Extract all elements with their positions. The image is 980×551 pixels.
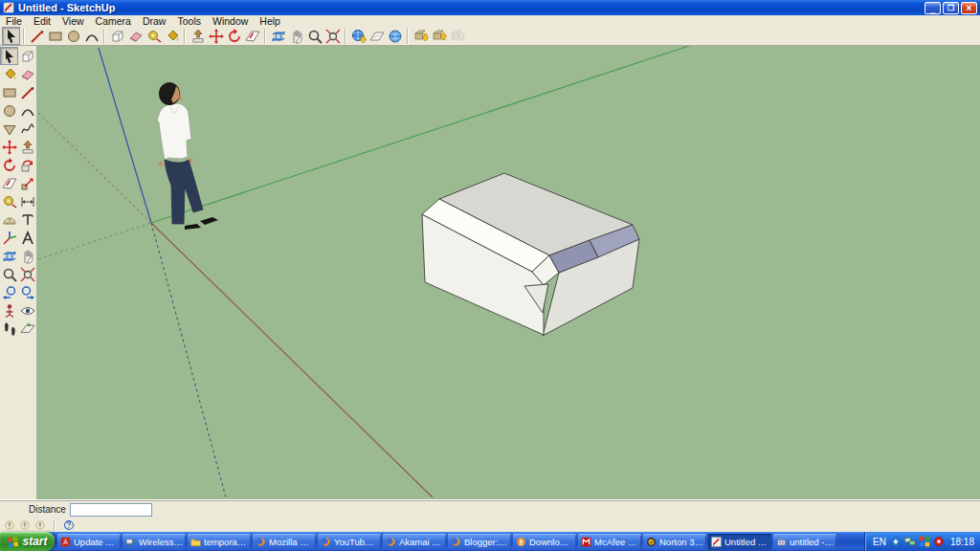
status-icon-2[interactable] xyxy=(19,519,31,531)
palette-row xyxy=(0,47,36,65)
make-component-tool-button[interactable] xyxy=(18,47,36,65)
arc-tool-button[interactable] xyxy=(82,27,100,45)
taskbar-button[interactable]: Untitled - Sk... xyxy=(708,534,771,550)
walk-tool-button[interactable] xyxy=(0,320,18,338)
status-icon-1[interactable] xyxy=(4,519,15,531)
share-model-button[interactable] xyxy=(430,27,448,45)
tape-measure-tool-button[interactable] xyxy=(145,27,163,45)
close-button[interactable]: × xyxy=(961,2,977,14)
orbit-tool-button[interactable] xyxy=(269,27,287,45)
section-plane-tool-button[interactable] xyxy=(18,320,36,338)
taskbar-button[interactable]: Downloads xyxy=(513,534,576,550)
look-around-tool-button[interactable] xyxy=(18,301,36,320)
arc-tool-button[interactable] xyxy=(18,101,36,120)
palette-row xyxy=(0,174,36,192)
taskbar-button[interactable]: McAfee Secu... xyxy=(578,534,641,550)
tray-icons xyxy=(890,536,945,547)
position-camera-tool-button[interactable] xyxy=(0,301,18,320)
select-tool-button[interactable] xyxy=(2,27,20,45)
language-indicator[interactable]: EN xyxy=(873,537,886,547)
taskbar-button[interactable]: Akamai Dow... xyxy=(383,534,446,550)
get-current-view-button[interactable] xyxy=(349,27,368,45)
get-models-button[interactable] xyxy=(412,27,430,45)
zoom-extents-tool-button[interactable] xyxy=(323,27,342,45)
select-tool-button[interactable] xyxy=(0,47,18,65)
line-tool-button[interactable] xyxy=(18,83,36,101)
taskbar-button[interactable]: Norton 360 xyxy=(643,534,706,550)
pan-tool-button[interactable] xyxy=(18,247,36,265)
taskbar-button[interactable]: Mozilla Firefo... xyxy=(253,534,316,550)
task-label: untitled - Paint xyxy=(790,537,834,547)
taskbar-button[interactable]: temporary b... xyxy=(188,534,251,550)
scale-tool-button[interactable] xyxy=(18,174,36,192)
rectangle-tool-button[interactable] xyxy=(46,27,64,45)
protractor-tool-button[interactable] xyxy=(0,210,18,229)
3d-text-tool-button[interactable] xyxy=(18,229,36,247)
task-label: Update Ado... xyxy=(74,537,118,547)
taskbar-button[interactable]: Blogger: Digi... xyxy=(448,534,511,550)
taskbar-clock[interactable]: 18:18 xyxy=(950,537,974,547)
offset-tool-button[interactable] xyxy=(0,174,18,192)
paint-bucket-tool-icon xyxy=(165,29,180,44)
rotate-tool-button[interactable] xyxy=(0,156,18,174)
taskbar-button[interactable]: Wireless Net... xyxy=(122,534,186,550)
zoom-tool-button[interactable] xyxy=(0,265,18,283)
menu-camera[interactable]: Camera xyxy=(90,15,137,27)
line-tool-button[interactable] xyxy=(28,27,46,45)
paint-bucket-tool-button[interactable] xyxy=(163,27,181,45)
adobe-icon xyxy=(60,537,71,547)
axes-tool-button[interactable] xyxy=(0,229,18,247)
menu-view[interactable]: View xyxy=(56,15,90,27)
tray-network[interactable] xyxy=(904,536,916,547)
menu-window[interactable]: Window xyxy=(207,15,254,27)
palette-row xyxy=(0,301,36,320)
text-tool-button[interactable] xyxy=(18,210,36,229)
place-model-button[interactable] xyxy=(386,27,404,45)
zoom-extents-tool-button[interactable] xyxy=(18,265,36,283)
circle-tool-button[interactable] xyxy=(0,101,18,120)
minimize-button[interactable]: _ xyxy=(924,2,941,14)
orbit-tool-button[interactable] xyxy=(0,247,18,265)
dimension-tool-button[interactable] xyxy=(18,192,36,210)
tray-blue[interactable] xyxy=(890,536,902,547)
previous-view-button[interactable] xyxy=(0,283,18,301)
offset-tool-button[interactable] xyxy=(243,27,261,45)
menu-draw[interactable]: Draw xyxy=(137,15,172,27)
share-component-button[interactable] xyxy=(448,27,466,45)
tray-red[interactable] xyxy=(933,536,945,547)
move-tool-button[interactable] xyxy=(207,27,225,45)
eraser-tool-button[interactable] xyxy=(18,65,36,83)
status-icon-3[interactable] xyxy=(34,519,46,531)
taskbar-button[interactable]: untitled - Paint xyxy=(773,534,836,550)
push-pull-tool-button[interactable] xyxy=(18,138,36,156)
follow-me-tool-button[interactable] xyxy=(18,156,36,174)
taskbar-button[interactable]: Update Ado... xyxy=(57,534,121,550)
next-view-button[interactable] xyxy=(18,283,36,301)
menu-edit[interactable]: Edit xyxy=(28,15,56,27)
tray-color[interactable] xyxy=(919,536,930,547)
tape-measure-tool-button[interactable] xyxy=(0,192,18,210)
zoom-tool-button[interactable] xyxy=(305,27,323,45)
paint-bucket-tool-button[interactable] xyxy=(0,65,18,83)
taskbar-button[interactable]: YouTube - G... xyxy=(318,534,381,550)
move-tool-button[interactable] xyxy=(0,138,18,156)
circle-tool-button[interactable] xyxy=(64,27,82,45)
eraser-tool-button[interactable] xyxy=(126,27,145,45)
polygon-tool-button[interactable] xyxy=(0,120,18,138)
measurement-input[interactable] xyxy=(70,503,152,517)
freehand-tool-button[interactable] xyxy=(18,120,36,138)
drawing-canvas[interactable] xyxy=(36,46,980,499)
rectangle-tool-button[interactable] xyxy=(0,83,18,101)
menu-tools[interactable]: Tools xyxy=(171,15,207,27)
toggle-terrain-button[interactable] xyxy=(368,27,386,45)
push-pull-tool-button[interactable] xyxy=(189,27,207,45)
make-component-tool-button[interactable] xyxy=(108,27,126,45)
pan-tool-button[interactable] xyxy=(287,27,305,45)
help-button[interactable] xyxy=(63,519,75,531)
menu-help[interactable]: Help xyxy=(254,15,286,27)
menu-file[interactable]: File xyxy=(0,15,28,27)
box-model[interactable] xyxy=(422,173,639,336)
restore-button[interactable]: ❐ xyxy=(943,2,959,14)
rotate-tool-button[interactable] xyxy=(225,27,243,45)
start-button[interactable]: start xyxy=(0,532,55,551)
